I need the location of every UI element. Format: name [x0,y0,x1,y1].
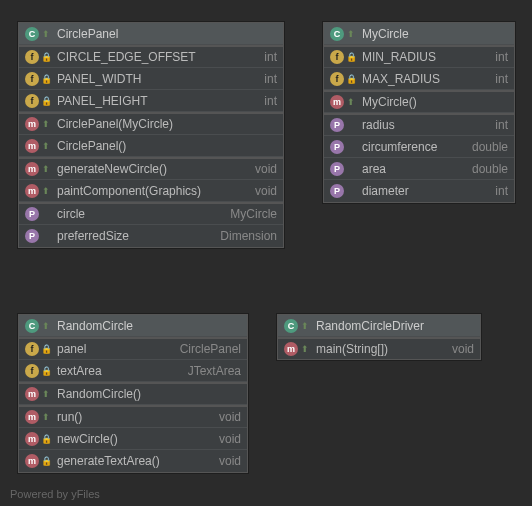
member-kind-icon: P [330,140,344,154]
member-row[interactable]: f🔒MAX_RADIUSint [324,68,514,90]
member-row[interactable]: m⬆CirclePanel(MyCircle) [19,112,283,135]
modifier-icon: ⬆ [300,344,310,354]
member-kind-icon: m [25,454,39,468]
modifier-icon: ⬆ [346,97,356,107]
member-name: textArea [57,364,178,378]
modifier-icon: 🔒 [41,96,51,106]
member-type: void [452,342,474,356]
modifier-icon [346,120,356,130]
member-row[interactable]: PcircleMyCircle [19,202,283,225]
class-header[interactable]: C⬆MyCircle [324,23,514,45]
member-name: circle [57,207,220,221]
member-kind-icon: m [25,184,39,198]
member-kind-icon: P [330,162,344,176]
member-kind-icon: m [25,139,39,153]
member-name: generateTextArea() [57,454,209,468]
member-row[interactable]: f🔒PANEL_HEIGHTint [19,90,283,112]
class-icon: C [25,27,39,41]
class-name: RandomCircleDriver [316,319,474,333]
modifier-icon [346,186,356,196]
member-type: int [495,50,508,64]
member-name: CirclePanel(MyCircle) [57,117,277,131]
modifier-icon: 🔒 [41,366,51,376]
member-kind-icon: m [25,410,39,424]
member-type: Dimension [220,229,277,243]
member-row[interactable]: m⬆paintComponent(Graphics)void [19,180,283,202]
modifier-icon: ⬆ [41,29,51,39]
member-name: panel [57,342,170,356]
member-row[interactable]: m⬆run()void [19,405,247,428]
member-row[interactable]: f🔒CIRCLE_EDGE_OFFSETint [19,45,283,68]
modifier-icon: ⬆ [300,321,310,331]
diagram-footer: Powered by yFiles [10,488,100,500]
member-row[interactable]: m⬆MyCircle() [324,90,514,113]
member-row[interactable]: m⬆RandomCircle() [19,382,247,405]
modifier-icon: ⬆ [41,389,51,399]
modifier-icon: ⬆ [41,141,51,151]
modifier-icon: ⬆ [346,29,356,39]
member-name: CIRCLE_EDGE_OFFSET [57,50,254,64]
member-row[interactable]: PpreferredSizeDimension [19,225,283,247]
member-name: area [362,162,462,176]
member-row[interactable]: m⬆CirclePanel() [19,135,283,157]
modifier-icon: 🔒 [346,52,356,62]
class-icon: C [25,319,39,333]
class-icon: C [330,27,344,41]
member-row[interactable]: f🔒MIN_RADIUSint [324,45,514,68]
modifier-icon: ⬆ [41,119,51,129]
member-kind-icon: f [25,94,39,108]
member-row[interactable]: m⬆generateNewCircle()void [19,157,283,180]
member-row[interactable]: Pareadouble [324,158,514,180]
member-type: int [264,72,277,86]
modifier-icon [41,231,51,241]
class-header[interactable]: C⬆RandomCircleDriver [278,315,480,337]
modifier-icon: 🔒 [41,344,51,354]
class-my-circle[interactable]: C⬆MyCirclef🔒MIN_RADIUSintf🔒MAX_RADIUSint… [323,22,515,203]
modifier-icon [346,164,356,174]
member-kind-icon: f [330,50,344,64]
modifier-icon: ⬆ [41,186,51,196]
member-name: run() [57,410,209,424]
member-type: void [219,432,241,446]
member-name: PANEL_WIDTH [57,72,254,86]
class-circle-panel[interactable]: C⬆CirclePanelf🔒CIRCLE_EDGE_OFFSETintf🔒PA… [18,22,284,248]
member-kind-icon: P [330,184,344,198]
member-name: newCircle() [57,432,209,446]
modifier-icon: 🔒 [41,456,51,466]
member-name: main(String[]) [316,342,442,356]
modifier-icon [41,209,51,219]
member-row[interactable]: f🔒textAreaJTextArea [19,360,247,382]
member-kind-icon: f [25,364,39,378]
class-header[interactable]: C⬆RandomCircle [19,315,247,337]
class-name: CirclePanel [57,27,277,41]
member-name: PANEL_HEIGHT [57,94,254,108]
member-row[interactable]: m⬆main(String[])void [278,337,480,359]
modifier-icon: ⬆ [41,412,51,422]
member-name: MyCircle() [362,95,508,109]
member-row[interactable]: f🔒panelCirclePanel [19,337,247,360]
member-type: int [495,72,508,86]
member-name: paintComponent(Graphics) [57,184,245,198]
member-row[interactable]: Pcircumferencedouble [324,136,514,158]
modifier-icon [346,142,356,152]
class-header[interactable]: C⬆CirclePanel [19,23,283,45]
member-row[interactable]: m🔒generateTextArea()void [19,450,247,472]
member-row[interactable]: m🔒newCircle()void [19,428,247,450]
member-name: MIN_RADIUS [362,50,485,64]
member-row[interactable]: Pdiameterint [324,180,514,202]
member-type: void [255,162,277,176]
member-name: radius [362,118,485,132]
member-name: generateNewCircle() [57,162,245,176]
member-type: void [219,410,241,424]
member-row[interactable]: f🔒PANEL_WIDTHint [19,68,283,90]
member-name: diameter [362,184,485,198]
class-random-circle[interactable]: C⬆RandomCirclef🔒panelCirclePanelf🔒textAr… [18,314,248,473]
member-row[interactable]: Pradiusint [324,113,514,136]
member-type: int [495,118,508,132]
modifier-icon: 🔒 [346,74,356,84]
class-name: RandomCircle [57,319,241,333]
member-kind-icon: P [330,118,344,132]
member-type: void [255,184,277,198]
class-icon: C [284,319,298,333]
class-random-circle-driver[interactable]: C⬆RandomCircleDriverm⬆main(String[])void [277,314,481,360]
